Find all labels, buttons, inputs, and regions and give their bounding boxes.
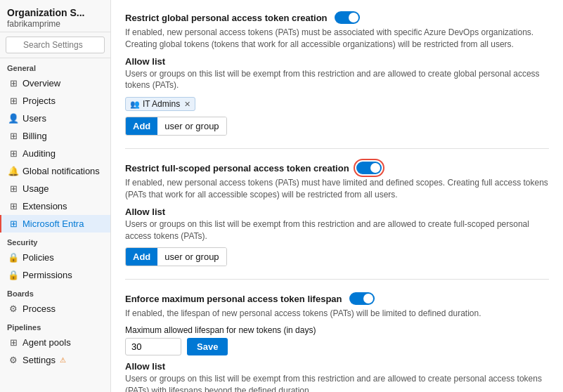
- allow-list-label-3: Allow list: [125, 361, 549, 372]
- lifespan-input-row: Save: [125, 338, 549, 355]
- tag-it-admins: 👥 IT Admins ✕: [125, 97, 195, 111]
- users-icon: 👤: [8, 113, 18, 124]
- sidebar-item-label: Billing: [22, 131, 47, 141]
- policies-icon: 🔒: [8, 252, 18, 263]
- toggle-track-3[interactable]: [349, 292, 375, 305]
- restrict-global-pat-toggle[interactable]: [335, 11, 360, 24]
- section-boards: Boards: [0, 284, 110, 300]
- toggle-track-highlighted[interactable]: [356, 162, 382, 174]
- sidebar-item-auditing[interactable]: ⊞ Auditing: [0, 145, 110, 162]
- sidebar-item-label: Policies: [22, 252, 54, 263]
- permissions-icon: 🔒: [8, 270, 18, 280]
- enforce-lifespan-section: Enforce maximum personal access token li…: [125, 292, 549, 392]
- usage-icon: ⊞: [8, 183, 18, 194]
- restrict-full-scoped-pat-title-row: Restrict full-scoped personal access tok…: [125, 162, 549, 174]
- org-subtitle: fabrikamprime: [7, 19, 103, 29]
- sidebar-item-label: Extensions: [22, 201, 67, 211]
- lifespan-label: Maximum allowed lifespan for new tokens …: [125, 325, 549, 335]
- allow-list-desc-2: Users or groups on this list will be exe…: [125, 218, 549, 242]
- agent-pools-icon: ⊞: [8, 337, 18, 348]
- section-security: Security: [0, 233, 110, 249]
- sidebar: Organization S... fabrikamprime 🔍 Genera…: [0, 0, 111, 392]
- restrict-full-scoped-pat-title: Restrict full-scoped personal access tok…: [125, 163, 349, 174]
- projects-icon: ⊞: [8, 96, 18, 106]
- sidebar-item-billing[interactable]: ⊞ Billing: [0, 127, 110, 145]
- main-content: Restrict global personal access token cr…: [111, 0, 563, 392]
- sidebar-item-label: Settings: [22, 355, 56, 365]
- section-pipelines: Pipelines: [0, 318, 110, 334]
- add-btn-right-2[interactable]: user or group: [157, 248, 226, 266]
- save-button[interactable]: Save: [187, 338, 228, 355]
- sidebar-item-label: Usage: [22, 183, 49, 194]
- sidebar-item-global-notifications[interactable]: 🔔 Global notifications: [0, 162, 110, 180]
- sidebar-item-label: Overview: [22, 78, 60, 89]
- restrict-global-pat-section: Restrict global personal access token cr…: [125, 11, 549, 149]
- overview-icon: ⊞: [8, 78, 18, 89]
- search-container: 🔍: [0, 32, 110, 58]
- settings-icon: ⚙: [8, 355, 18, 365]
- enforce-lifespan-title: Enforce maximum personal access token li…: [125, 294, 342, 304]
- tag-row-1: 👥 IT Admins ✕: [125, 97, 549, 111]
- tag-label: IT Admins: [143, 99, 180, 109]
- sidebar-item-overview[interactable]: ⊞ Overview: [0, 74, 110, 92]
- add-btn-right-1[interactable]: user or group: [157, 117, 226, 135]
- restrict-global-pat-title: Restrict global personal access token cr…: [125, 13, 328, 23]
- sidebar-item-label: Auditing: [22, 148, 56, 159]
- sidebar-item-permissions[interactable]: 🔒 Permissions: [0, 266, 110, 284]
- sidebar-item-label: Agent pools: [22, 337, 71, 348]
- sidebar-item-label: Users: [22, 113, 46, 124]
- allow-list-desc-3: Users or groups on this list will be exe…: [125, 373, 549, 392]
- toggle-track[interactable]: [335, 11, 360, 24]
- restrict-global-pat-title-row: Restrict global personal access token cr…: [125, 11, 549, 24]
- sidebar-item-extensions[interactable]: ⊞ Extensions: [0, 197, 110, 215]
- process-icon: ⚙: [8, 303, 18, 314]
- settings-warning-icon: ⚠: [60, 356, 66, 364]
- enforce-lifespan-title-row: Enforce maximum personal access token li…: [125, 292, 549, 305]
- allow-list-desc-1: Users or groups on this list will be exe…: [125, 68, 549, 92]
- restrict-full-scoped-pat-section: Restrict full-scoped personal access tok…: [125, 162, 549, 280]
- org-header: Organization S... fabrikamprime: [0, 0, 110, 32]
- restrict-full-scoped-pat-toggle[interactable]: [356, 162, 382, 174]
- sidebar-item-settings-pipelines[interactable]: ⚙ Settings ⚠: [0, 351, 110, 369]
- enforce-lifespan-toggle[interactable]: [349, 292, 375, 305]
- microsoft-entra-icon: ⊞: [8, 218, 18, 229]
- sidebar-item-policies[interactable]: 🔒 Policies: [0, 249, 110, 266]
- sidebar-item-label: Projects: [22, 96, 56, 106]
- restrict-full-scoped-pat-desc: If enabled, new personal access tokens (…: [125, 177, 549, 201]
- sidebar-item-usage[interactable]: ⊞ Usage: [0, 180, 110, 197]
- sidebar-item-label: Process: [22, 303, 56, 314]
- auditing-icon: ⊞: [8, 148, 18, 159]
- add-btn-left-2[interactable]: Add: [126, 248, 157, 266]
- allow-list-label-2: Allow list: [125, 207, 549, 217]
- sidebar-item-agent-pools[interactable]: ⊞ Agent pools: [0, 334, 110, 351]
- tag-remove-button[interactable]: ✕: [184, 100, 190, 109]
- section-general: General: [0, 58, 110, 74]
- sidebar-item-label: Permissions: [22, 270, 72, 280]
- sidebar-item-microsoft-entra[interactable]: ⊞ Microsoft Entra: [0, 215, 110, 233]
- extensions-icon: ⊞: [8, 201, 18, 211]
- enforce-lifespan-desc: If enabled, the lifespan of new personal…: [125, 308, 549, 320]
- sidebar-item-label: Global notifications: [22, 166, 100, 176]
- sidebar-item-label: Microsoft Entra: [22, 218, 84, 229]
- billing-icon: ⊞: [8, 131, 18, 141]
- allow-list-label-1: Allow list: [125, 56, 549, 67]
- add-btn-left-1[interactable]: Add: [126, 117, 157, 135]
- notifications-icon: 🔔: [8, 166, 18, 176]
- add-user-group-button-1[interactable]: Add user or group: [125, 117, 227, 136]
- lifespan-input[interactable]: [125, 338, 181, 355]
- sidebar-item-process[interactable]: ⚙ Process: [0, 300, 110, 318]
- sidebar-item-users[interactable]: 👤 Users: [0, 110, 110, 127]
- restrict-global-pat-desc: If enabled, new personal access tokens (…: [125, 27, 549, 51]
- add-user-group-button-2[interactable]: Add user or group: [125, 247, 227, 266]
- search-input[interactable]: [6, 37, 105, 53]
- sidebar-item-projects[interactable]: ⊞ Projects: [0, 92, 110, 110]
- tag-group-icon: 👥: [130, 100, 140, 109]
- org-title: Organization S...: [7, 7, 103, 18]
